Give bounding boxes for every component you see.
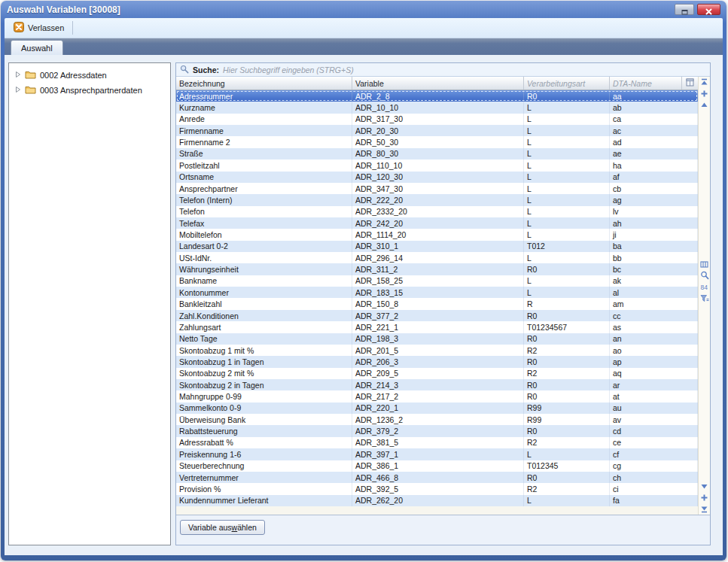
cell-variable: ADR_386_1 bbox=[352, 460, 524, 472]
row-down-icon[interactable] bbox=[699, 493, 709, 503]
content-area: 0002 Adressdaten 0003 Ansprechpartnerdat… bbox=[5, 55, 723, 555]
cell-bezeichnung: Steuerberechnung bbox=[176, 460, 352, 472]
column-chooser-button[interactable] bbox=[682, 77, 698, 90]
table-row[interactable]: Landesart 0-2ADR_310_1T012ba bbox=[176, 241, 698, 252]
cell-dta-name: cc bbox=[610, 310, 698, 321]
table-row[interactable]: TelefonADR_2332_20Llv bbox=[176, 206, 698, 217]
table-row[interactable]: RabattsteuerungADR_379_2R0cd bbox=[176, 425, 698, 436]
restore-button[interactable] bbox=[675, 4, 694, 15]
table-row[interactable]: AnredeADR_317_30Lca bbox=[176, 114, 698, 125]
cell-verarbeitungsart: L bbox=[524, 159, 610, 171]
cell-bezeichnung: Zahlungsart bbox=[176, 321, 352, 333]
table-row[interactable]: VertreternummerADR_466_8R0ch bbox=[176, 472, 698, 483]
expander-icon[interactable] bbox=[15, 71, 21, 80]
table-row[interactable]: Skontoabzug 1 in TagenADR_206_3R0ap bbox=[176, 356, 698, 367]
column-header-variable[interactable]: Variable bbox=[352, 77, 524, 90]
cell-bezeichnung: Sammelkonto 0-9 bbox=[176, 403, 352, 414]
table-row[interactable]: Sammelkonto 0-9ADR_220_1R99au bbox=[176, 403, 698, 414]
cell-dta-name: av bbox=[610, 414, 698, 425]
table-row[interactable]: AnsprechpartnerADR_347_30Lcb bbox=[176, 183, 698, 194]
table-row[interactable]: Skontoabzug 2 in TagenADR_214_3R0ar bbox=[176, 379, 698, 390]
table-row[interactable]: PostleitzahlADR_110_10Lha bbox=[176, 159, 698, 171]
scroll-top-icon[interactable] bbox=[699, 77, 709, 87]
cell-variable: ADR_50_30 bbox=[352, 136, 524, 147]
cell-variable: ADR_2_8 bbox=[352, 90, 524, 102]
column-header-bezeichnung[interactable]: Bezeichnung bbox=[176, 77, 352, 90]
cell-verarbeitungsart: L bbox=[524, 114, 610, 125]
table-row[interactable]: Kundennummer LieferantADR_262_20Lfa bbox=[176, 495, 698, 506]
cell-bezeichnung: Straße bbox=[176, 148, 352, 159]
cell-bezeichnung: Bankname bbox=[176, 275, 352, 287]
cell-variable: ADR_158_25 bbox=[352, 275, 524, 287]
filter-icon[interactable] bbox=[699, 293, 709, 303]
select-variable-button[interactable]: Variable auswählen bbox=[180, 520, 265, 535]
toolbar-separator bbox=[72, 21, 73, 35]
tab-auswahl[interactable]: Auswahl bbox=[11, 40, 63, 55]
cell-verarbeitungsart: R0 bbox=[524, 425, 610, 436]
expander-icon[interactable] bbox=[15, 86, 21, 95]
table-row[interactable]: KurznameADR_10_10Lab bbox=[176, 102, 698, 113]
cell-dta-name: cd bbox=[610, 425, 698, 436]
cell-bezeichnung: Skontoabzug 1 mit % bbox=[176, 345, 352, 356]
zoom-icon[interactable] bbox=[699, 271, 709, 281]
grid-scroll-strip: 84 bbox=[698, 77, 710, 515]
scroll-up-icon[interactable] bbox=[699, 100, 709, 110]
folder-icon bbox=[25, 85, 36, 96]
column-chooser-icon bbox=[686, 78, 694, 88]
cell-verarbeitungsart: R99 bbox=[524, 414, 610, 425]
table-row[interactable]: OrtsnameADR_120_30Laf bbox=[176, 172, 698, 183]
table-row[interactable]: SteuerberechnungADR_386_1T012345cg bbox=[176, 460, 698, 472]
cell-variable: ADR_80_30 bbox=[352, 148, 524, 159]
cell-bezeichnung: Preiskennung 1-6 bbox=[176, 448, 352, 460]
records-icon[interactable]: 84 bbox=[699, 282, 709, 292]
close-button[interactable] bbox=[697, 4, 720, 15]
table-row[interactable]: Preiskennung 1-6ADR_397_1Lcf bbox=[176, 448, 698, 460]
search-input[interactable]: Suche: Hier Suchbegriff eingeben (STRG+S… bbox=[176, 63, 710, 77]
row-up-icon[interactable] bbox=[699, 89, 709, 99]
tree-item-ansprechpartnerdaten[interactable]: 0003 Ansprechpartnerdaten bbox=[9, 83, 170, 98]
table-row[interactable]: BankleitzahlADR_150_8Ram bbox=[176, 298, 698, 309]
scroll-down-icon[interactable] bbox=[699, 481, 709, 491]
table-row[interactable]: Provision %ADR_392_5R2ci bbox=[176, 483, 698, 494]
table-row[interactable]: Adressrabatt %ADR_381_5R2ce bbox=[176, 437, 698, 448]
cell-verarbeitungsart: L bbox=[524, 206, 610, 217]
tree-item-adressdaten[interactable]: 0002 Adressdaten bbox=[9, 68, 170, 83]
column-header-dta-name[interactable]: DTA-Name bbox=[610, 77, 682, 90]
table-row[interactable]: FirmennameADR_20_30Lac bbox=[176, 125, 698, 136]
table-row[interactable]: Zahl.KonditionenADR_377_2R0cc bbox=[176, 310, 698, 321]
table-row[interactable]: AdressnummerADR_2_8R0aa bbox=[176, 90, 698, 102]
table-row[interactable]: MobiltelefonADR_1114_20Lji bbox=[176, 229, 698, 240]
table-row[interactable]: TelefaxADR_242_20Lah bbox=[176, 217, 698, 229]
table-row[interactable]: USt-IdNr.ADR_296_14Lbb bbox=[176, 252, 698, 263]
cell-verarbeitungsart: L bbox=[524, 183, 610, 194]
cell-dta-name: ab bbox=[610, 102, 698, 113]
cell-variable: ADR_296_14 bbox=[352, 252, 524, 263]
cell-variable: ADR_201_5 bbox=[352, 345, 524, 356]
table-row[interactable]: Skontoabzug 1 mit %ADR_201_5R2ao bbox=[176, 345, 698, 356]
cell-verarbeitungsart: R0 bbox=[524, 472, 610, 483]
table-row[interactable]: StraßeADR_80_30Lae bbox=[176, 148, 698, 159]
table-row[interactable]: BanknameADR_158_25Lak bbox=[176, 275, 698, 287]
cell-verarbeitungsart: L bbox=[524, 287, 610, 298]
table-row[interactable]: WährungseinheitADR_311_2R0bc bbox=[176, 263, 698, 275]
table-row[interactable]: Überweisung BankADR_1236_2R99av bbox=[176, 414, 698, 425]
table-row[interactable]: Skontoabzug 2 mit %ADR_209_5R2aq bbox=[176, 368, 698, 379]
cell-variable: ADR_183_15 bbox=[352, 287, 524, 298]
cell-variable: ADR_317_30 bbox=[352, 114, 524, 125]
cell-dta-name: ce bbox=[610, 437, 698, 448]
folder-icon bbox=[25, 70, 36, 81]
search-icon bbox=[180, 65, 189, 75]
table-row[interactable]: Mahngruppe 0-99ADR_217_2R0at bbox=[176, 390, 698, 402]
table-row[interactable]: KontonummerADR_183_15Lal bbox=[176, 287, 698, 298]
exit-button[interactable]: Verlassen bbox=[9, 20, 69, 35]
table-row[interactable]: Telefon (Intern)ADR_222_20Lag bbox=[176, 194, 698, 205]
table-row[interactable]: Netto TageADR_198_3R0an bbox=[176, 333, 698, 345]
table-row[interactable]: ZahlungsartADR_221_1T01234567as bbox=[176, 321, 698, 333]
cell-dta-name: au bbox=[610, 403, 698, 414]
table-row[interactable]: Firmenname 2ADR_50_30Lad bbox=[176, 136, 698, 147]
column-header-verarbeitungsart[interactable]: Verarbeitungsart bbox=[524, 77, 610, 90]
columns-icon[interactable] bbox=[699, 260, 709, 269]
cell-dta-name: cg bbox=[610, 460, 698, 472]
titlebar[interactable]: Auswahl Variablen [30008] bbox=[5, 1, 723, 18]
scroll-bottom-icon[interactable] bbox=[699, 504, 709, 514]
